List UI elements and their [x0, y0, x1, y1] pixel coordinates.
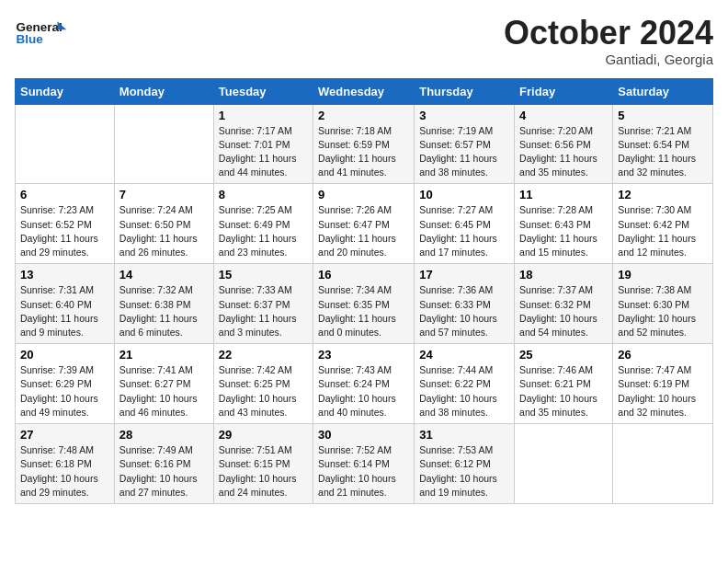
day-number: 7 — [119, 188, 209, 201]
calendar-cell: 19Sunrise: 7:38 AM Sunset: 6:30 PM Dayli… — [613, 264, 713, 344]
calendar-cell: 20Sunrise: 7:39 AM Sunset: 6:29 PM Dayli… — [16, 344, 115, 424]
day-number: 2 — [318, 109, 409, 122]
day-number: 28 — [119, 428, 209, 442]
day-number: 25 — [519, 348, 608, 362]
calendar-cell: 26Sunrise: 7:47 AM Sunset: 6:19 PM Dayli… — [613, 344, 713, 424]
calendar-cell: 9Sunrise: 7:26 AM Sunset: 6:47 PM Daylig… — [313, 184, 415, 264]
week-row-5: 27Sunrise: 7:48 AM Sunset: 6:18 PM Dayli… — [16, 424, 713, 504]
logo: General Blue — [15, 15, 70, 52]
calendar-cell: 15Sunrise: 7:33 AM Sunset: 6:37 PM Dayli… — [213, 264, 313, 344]
calendar-cell: 10Sunrise: 7:27 AM Sunset: 6:45 PM Dayli… — [415, 184, 515, 264]
calendar-cell: 23Sunrise: 7:43 AM Sunset: 6:24 PM Dayli… — [313, 344, 415, 424]
day-number: 30 — [318, 428, 409, 442]
title-block: October 2024 Gantiadi, Georgia — [504, 15, 713, 67]
day-info: Sunrise: 7:25 AM Sunset: 6:49 PM Dayligh… — [219, 203, 308, 259]
day-info: Sunrise: 7:31 AM Sunset: 6:40 PM Dayligh… — [20, 283, 109, 339]
day-info: Sunrise: 7:51 AM Sunset: 6:15 PM Dayligh… — [219, 443, 308, 500]
location: Gantiadi, Georgia — [504, 52, 713, 67]
day-info: Sunrise: 7:47 AM Sunset: 6:19 PM Dayligh… — [618, 363, 708, 419]
svg-text:General: General — [17, 20, 63, 34]
day-info: Sunrise: 7:32 AM Sunset: 6:38 PM Dayligh… — [119, 283, 209, 339]
calendar-cell: 17Sunrise: 7:36 AM Sunset: 6:33 PM Dayli… — [415, 264, 515, 344]
day-info: Sunrise: 7:28 AM Sunset: 6:43 PM Dayligh… — [519, 203, 608, 259]
day-info: Sunrise: 7:24 AM Sunset: 6:50 PM Dayligh… — [119, 203, 209, 259]
calendar-cell: 7Sunrise: 7:24 AM Sunset: 6:50 PM Daylig… — [114, 184, 213, 264]
day-number: 21 — [119, 348, 209, 362]
day-number: 23 — [318, 348, 409, 362]
day-info: Sunrise: 7:34 AM Sunset: 6:35 PM Dayligh… — [318, 283, 409, 339]
day-info: Sunrise: 7:21 AM Sunset: 6:54 PM Dayligh… — [618, 124, 708, 180]
day-info: Sunrise: 7:48 AM Sunset: 6:18 PM Dayligh… — [20, 443, 109, 500]
day-number: 29 — [219, 428, 308, 442]
day-number: 15 — [219, 268, 308, 282]
calendar-cell: 30Sunrise: 7:52 AM Sunset: 6:14 PM Dayli… — [313, 424, 415, 504]
column-header-wednesday: Wednesday — [313, 78, 415, 104]
day-info: Sunrise: 7:38 AM Sunset: 6:30 PM Dayligh… — [618, 283, 708, 339]
column-header-saturday: Saturday — [613, 78, 713, 104]
day-number: 8 — [219, 188, 308, 201]
day-number: 24 — [419, 348, 509, 362]
day-number: 16 — [318, 268, 409, 282]
calendar-cell: 16Sunrise: 7:34 AM Sunset: 6:35 PM Dayli… — [313, 264, 415, 344]
day-info: Sunrise: 7:23 AM Sunset: 6:52 PM Dayligh… — [20, 203, 109, 259]
day-number: 14 — [119, 268, 209, 282]
day-info: Sunrise: 7:17 AM Sunset: 7:01 PM Dayligh… — [219, 124, 308, 180]
calendar-table: SundayMondayTuesdayWednesdayThursdayFrid… — [15, 78, 713, 504]
svg-text:Blue: Blue — [17, 32, 44, 46]
week-row-4: 20Sunrise: 7:39 AM Sunset: 6:29 PM Dayli… — [16, 344, 713, 424]
calendar-cell: 8Sunrise: 7:25 AM Sunset: 6:49 PM Daylig… — [213, 184, 313, 264]
calendar-cell: 25Sunrise: 7:46 AM Sunset: 6:21 PM Dayli… — [515, 344, 613, 424]
day-number: 20 — [20, 348, 109, 362]
calendar-cell: 3Sunrise: 7:19 AM Sunset: 6:57 PM Daylig… — [415, 104, 515, 184]
month-title: October 2024 — [504, 15, 713, 52]
calendar-cell: 18Sunrise: 7:37 AM Sunset: 6:32 PM Dayli… — [515, 264, 613, 344]
calendar-cell: 2Sunrise: 7:18 AM Sunset: 6:59 PM Daylig… — [313, 104, 415, 184]
calendar-cell: 29Sunrise: 7:51 AM Sunset: 6:15 PM Dayli… — [213, 424, 313, 504]
page-header: General Blue October 2024 Gantiadi, Geor… — [15, 15, 713, 67]
day-number: 27 — [20, 428, 109, 442]
column-header-friday: Friday — [515, 78, 613, 104]
day-number: 26 — [618, 348, 708, 362]
day-number: 3 — [419, 109, 509, 122]
column-header-thursday: Thursday — [415, 78, 515, 104]
day-number: 19 — [618, 268, 708, 282]
day-number: 6 — [20, 188, 109, 201]
logo-svg: General Blue — [15, 15, 70, 52]
day-info: Sunrise: 7:33 AM Sunset: 6:37 PM Dayligh… — [219, 283, 308, 339]
calendar-cell: 24Sunrise: 7:44 AM Sunset: 6:22 PM Dayli… — [415, 344, 515, 424]
day-info: Sunrise: 7:19 AM Sunset: 6:57 PM Dayligh… — [419, 124, 509, 180]
calendar-cell: 1Sunrise: 7:17 AM Sunset: 7:01 PM Daylig… — [213, 104, 313, 184]
day-info: Sunrise: 7:42 AM Sunset: 6:25 PM Dayligh… — [219, 363, 308, 419]
calendar-header-row: SundayMondayTuesdayWednesdayThursdayFrid… — [16, 78, 713, 104]
calendar-cell: 6Sunrise: 7:23 AM Sunset: 6:52 PM Daylig… — [16, 184, 115, 264]
week-row-3: 13Sunrise: 7:31 AM Sunset: 6:40 PM Dayli… — [16, 264, 713, 344]
calendar-cell — [515, 424, 613, 504]
calendar-cell: 13Sunrise: 7:31 AM Sunset: 6:40 PM Dayli… — [16, 264, 115, 344]
calendar-cell: 21Sunrise: 7:41 AM Sunset: 6:27 PM Dayli… — [114, 344, 213, 424]
week-row-2: 6Sunrise: 7:23 AM Sunset: 6:52 PM Daylig… — [16, 184, 713, 264]
week-row-1: 1Sunrise: 7:17 AM Sunset: 7:01 PM Daylig… — [16, 104, 713, 184]
day-number: 9 — [318, 188, 409, 201]
day-info: Sunrise: 7:20 AM Sunset: 6:56 PM Dayligh… — [519, 124, 608, 180]
day-number: 18 — [519, 268, 608, 282]
calendar-cell: 22Sunrise: 7:42 AM Sunset: 6:25 PM Dayli… — [213, 344, 313, 424]
day-info: Sunrise: 7:37 AM Sunset: 6:32 PM Dayligh… — [519, 283, 608, 339]
day-info: Sunrise: 7:43 AM Sunset: 6:24 PM Dayligh… — [318, 363, 409, 419]
day-info: Sunrise: 7:30 AM Sunset: 6:42 PM Dayligh… — [618, 203, 708, 259]
calendar-cell: 31Sunrise: 7:53 AM Sunset: 6:12 PM Dayli… — [415, 424, 515, 504]
day-info: Sunrise: 7:49 AM Sunset: 6:16 PM Dayligh… — [119, 443, 209, 500]
day-info: Sunrise: 7:53 AM Sunset: 6:12 PM Dayligh… — [419, 443, 509, 500]
day-number: 17 — [419, 268, 509, 282]
day-number: 22 — [219, 348, 308, 362]
calendar-cell: 4Sunrise: 7:20 AM Sunset: 6:56 PM Daylig… — [515, 104, 613, 184]
calendar-cell: 28Sunrise: 7:49 AM Sunset: 6:16 PM Dayli… — [114, 424, 213, 504]
column-header-sunday: Sunday — [16, 78, 115, 104]
calendar-cell: 5Sunrise: 7:21 AM Sunset: 6:54 PM Daylig… — [613, 104, 713, 184]
day-info: Sunrise: 7:26 AM Sunset: 6:47 PM Dayligh… — [318, 203, 409, 259]
calendar-cell: 14Sunrise: 7:32 AM Sunset: 6:38 PM Dayli… — [114, 264, 213, 344]
day-number: 31 — [419, 428, 509, 442]
column-header-tuesday: Tuesday — [213, 78, 313, 104]
day-number: 1 — [219, 109, 308, 122]
day-info: Sunrise: 7:27 AM Sunset: 6:45 PM Dayligh… — [419, 203, 509, 259]
day-info: Sunrise: 7:44 AM Sunset: 6:22 PM Dayligh… — [419, 363, 509, 419]
